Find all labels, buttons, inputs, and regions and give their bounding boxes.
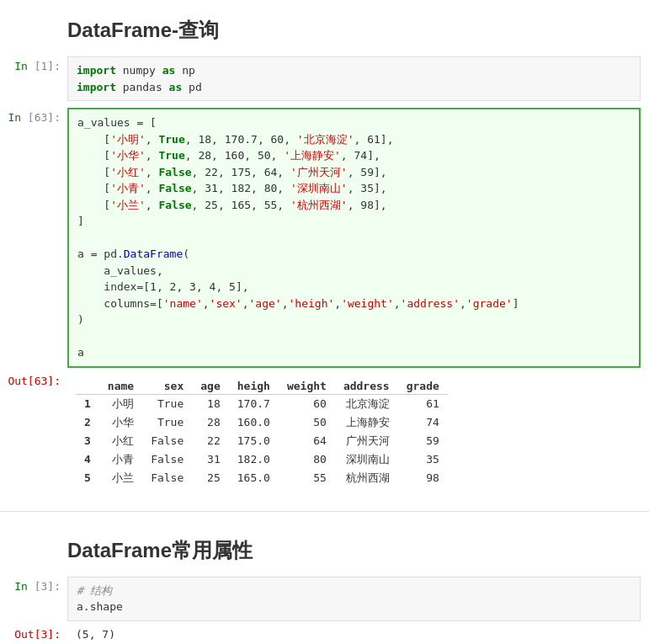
table-row: 1小明True18170.760北京海淀61: [76, 394, 448, 413]
cell-3: In [3]: # 结构 a.shape: [0, 577, 649, 621]
col-name: name: [99, 378, 142, 395]
table-cell: False: [142, 450, 192, 469]
dataframe-table-container: name sex age heigh weight address grade …: [67, 371, 641, 494]
table-cell: 22: [192, 432, 228, 450]
table-cell: 杭州西湖: [335, 469, 398, 487]
table-cell: 50: [279, 413, 335, 432]
table-cell: 80: [279, 450, 335, 469]
col-age: age: [192, 378, 228, 395]
table-cell: 31: [192, 450, 228, 469]
table-cell: 18: [192, 394, 228, 413]
section-title-1: DataFrame-查询: [0, 0, 649, 56]
table-cell: 61: [398, 394, 448, 413]
table-cell: 广州天河: [335, 432, 398, 450]
table-cell: 170.7: [229, 394, 279, 413]
table-cell: True: [142, 394, 192, 413]
table-cell: 182.0: [229, 450, 279, 469]
table-cell: 64: [279, 432, 335, 450]
table-cell: 深圳南山: [335, 450, 398, 469]
col-weight: weight: [279, 378, 335, 395]
col-grade: grade: [398, 378, 448, 395]
table-cell: 小兰: [99, 469, 142, 487]
col-index: [76, 378, 99, 395]
table-cell: 小青: [99, 450, 142, 469]
table-cell: 59: [398, 432, 448, 450]
cell-63-output: Out[63]: name sex age heigh weight addre…: [0, 371, 649, 494]
section-divider: [0, 511, 649, 512]
cell-3-output-value: (5, 7): [67, 625, 641, 644]
table-cell: 160.0: [229, 413, 279, 432]
cell-63: In [63]: a_values = [ ['小明', True, 18, 1…: [0, 108, 649, 368]
cell-3-output: Out[3]: (5, 7): [0, 625, 649, 644]
cell-3-out-label: Out[3]:: [0, 625, 67, 641]
table-cell: 2: [76, 413, 99, 432]
table-cell: 28: [192, 413, 228, 432]
col-sex: sex: [142, 378, 192, 395]
table-cell: 165.0: [229, 469, 279, 487]
col-address: address: [335, 378, 398, 395]
table-row: 5小兰False25165.055杭州西湖98: [76, 469, 448, 487]
cell-63-label: In [63]:: [0, 108, 67, 124]
table-cell: 175.0: [229, 432, 279, 450]
table-cell: False: [142, 432, 192, 450]
table-cell: 74: [398, 413, 448, 432]
table-cell: 小红: [99, 432, 142, 450]
cell-3-label: In [3]:: [0, 577, 67, 593]
table-cell: 5: [76, 469, 99, 487]
table-cell: 60: [279, 394, 335, 413]
table-row: 4小青False31182.080深圳南山35: [76, 450, 448, 469]
table-cell: 上海静安: [335, 413, 398, 432]
table-cell: False: [142, 469, 192, 487]
dataframe-table: name sex age heigh weight address grade …: [76, 378, 448, 487]
table-row: 3小红False22175.064广州天河59: [76, 432, 448, 450]
table-cell: 1: [76, 394, 99, 413]
table-cell: 35: [398, 450, 448, 469]
cell-1-input[interactable]: import numpy as np import pandas as pd: [67, 56, 641, 101]
cell-63-input[interactable]: a_values = [ ['小明', True, 18, 170.7, 60,…: [67, 108, 641, 368]
table-cell: 4: [76, 450, 99, 469]
table-row: 2小华True28160.050上海静安74: [76, 413, 448, 432]
cell-3-input[interactable]: # 结构 a.shape: [67, 577, 641, 621]
table-cell: True: [142, 413, 192, 432]
table-cell: 小华: [99, 413, 142, 432]
table-cell: 小明: [99, 394, 142, 413]
section-title-2: DataFrame常用属性: [0, 520, 649, 577]
cell-63-out-label: Out[63]:: [0, 371, 67, 387]
table-cell: 25: [192, 469, 228, 487]
notebook: DataFrame-查询 In [1]: import numpy as np …: [0, 0, 649, 644]
table-cell: 北京海淀: [335, 394, 398, 413]
cell-1: In [1]: import numpy as np import pandas…: [0, 56, 649, 101]
table-cell: 3: [76, 432, 99, 450]
col-heigh: heigh: [229, 378, 279, 395]
table-cell: 55: [279, 469, 335, 487]
table-cell: 98: [398, 469, 448, 487]
cell-1-label: In [1]:: [0, 56, 67, 72]
table-header-row: name sex age heigh weight address grade: [76, 378, 448, 395]
